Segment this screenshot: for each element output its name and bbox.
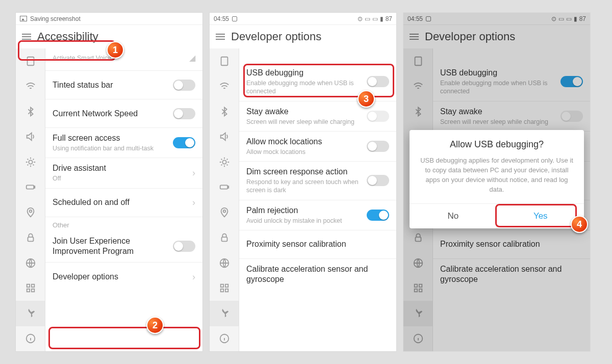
svg-rect-15 [227, 186, 228, 188]
sidebar-brightness-icon[interactable] [210, 149, 239, 175]
svg-rect-14 [220, 186, 227, 189]
dropdown-icon: ◢ [189, 53, 195, 63]
svg-rect-7 [27, 284, 30, 288]
toggle-mock-locations[interactable] [367, 141, 389, 152]
sidebar-location-icon[interactable] [16, 200, 45, 225]
row-palm-rejection[interactable]: Palm rejection Avoid unlock by mistake i… [239, 200, 396, 230]
svg-rect-12 [221, 57, 227, 66]
row-mock-locations[interactable]: Allow mock locations Allow mock location… [239, 132, 396, 162]
svg-rect-20 [225, 284, 228, 288]
sidebar-apps-icon[interactable] [210, 276, 239, 301]
toggle-palm-rejection[interactable] [367, 210, 389, 221]
svg-rect-21 [220, 289, 223, 292]
chevron-right-icon: › [192, 197, 195, 208]
modal-overlay: Allow USB debugging? USB debugging appli… [403, 13, 590, 351]
sidebar-accessibility-icon[interactable] [210, 301, 239, 326]
sidebar-bluetooth-icon[interactable] [16, 99, 45, 124]
settings-list: Activate Smart Voice ◢ Tinted status bar… [45, 48, 202, 351]
dialog-no-button[interactable]: No [410, 204, 497, 228]
svg-point-1 [29, 160, 32, 164]
sidebar-sound-icon[interactable] [16, 124, 45, 150]
sidebar-location-icon[interactable] [210, 200, 239, 225]
row-developer-options[interactable]: Developer options › [45, 263, 202, 291]
sim-icon [232, 16, 237, 21]
dialog-title: Allow USB debugging? [419, 139, 575, 150]
header-title: Accessibility [37, 30, 98, 43]
signal-icon: ▭ [372, 15, 378, 22]
battery-pct: 87 [386, 15, 392, 22]
sidebar-about-icon[interactable] [210, 326, 239, 352]
svg-rect-9 [27, 289, 30, 292]
sidebar-sim-icon[interactable] [210, 48, 239, 74]
row-accel-calibration[interactable]: Calibrate acceleration sensor and gyrosc… [239, 259, 396, 290]
row-network-speed[interactable]: Current Network Speed [45, 99, 202, 128]
row-usb-debugging[interactable]: USB debugging Enable debugging mode when… [239, 63, 396, 101]
chevron-right-icon: › [192, 272, 195, 282]
sidebar-language-icon[interactable] [16, 250, 45, 276]
svg-rect-17 [221, 237, 227, 241]
chevron-right-icon: › [192, 168, 195, 178]
row-drive-assistant[interactable]: Drive assistant Off › [45, 158, 202, 188]
screen-accessibility: Saving screenshot Accessibility Activate… [15, 12, 203, 352]
row-dim-screen[interactable]: Dim screen response action Respond to ke… [239, 162, 396, 200]
sidebar-battery-icon[interactable] [16, 175, 45, 200]
battery-icon: ▮ [380, 15, 384, 22]
sidebar-wifi-icon[interactable] [210, 74, 239, 99]
status-bar: Saving screenshot [16, 13, 202, 25]
row-tinted-status-bar[interactable]: Tinted status bar [45, 71, 202, 99]
row-smart-voice[interactable]: Activate Smart Voice ◢ [45, 48, 202, 71]
header-title: Developer options [231, 30, 321, 43]
sidebar-sound-icon[interactable] [210, 124, 239, 150]
toggle-stay-awake[interactable] [367, 111, 389, 122]
sidebar-about-icon[interactable] [16, 326, 45, 352]
screen-header: Developer options [210, 25, 396, 48]
toggle-tinted[interactable] [173, 80, 195, 91]
status-bar: 04:55 ⊙ ▭ ▭ ▮ 87 [210, 13, 396, 25]
sidebar-bluetooth-icon[interactable] [210, 99, 239, 124]
settings-sidebar [16, 48, 45, 351]
svg-rect-10 [31, 289, 34, 292]
alarm-icon: ⊙ [358, 15, 363, 22]
toggle-dim-screen[interactable] [367, 175, 389, 186]
toggle-usb-debugging[interactable] [367, 76, 389, 87]
screen-developer-options: 04:55 ⊙ ▭ ▭ ▮ 87 Developer options [209, 12, 397, 352]
sidebar-apps-icon[interactable] [16, 276, 45, 301]
sidebar-brightness-icon[interactable] [16, 149, 45, 175]
row-full-screen-access[interactable]: Full screen access Using notification ba… [45, 128, 202, 158]
svg-point-13 [222, 160, 226, 164]
sidebar-security-icon[interactable] [210, 225, 239, 251]
dialog-yes-button[interactable]: Yes [497, 204, 584, 228]
screen-usb-dialog: 04:55 ⊙ ▭ ▭ ▮ 87 Developer options [403, 12, 591, 352]
row-join-uep[interactable]: Join User Experience Improvement Program [45, 231, 202, 263]
screenshot-icon [20, 16, 27, 21]
sidebar-accessibility-icon[interactable] [16, 301, 45, 326]
toggle-fullscreen[interactable] [173, 137, 195, 148]
svg-point-4 [29, 210, 32, 213]
section-other: Other [45, 217, 202, 231]
sidebar-language-icon[interactable] [210, 250, 239, 276]
svg-rect-0 [27, 57, 34, 66]
row-scheduled-onoff[interactable]: Scheduled on and off › [45, 189, 202, 217]
row-stay-awake[interactable]: Stay awake Screen will never sleep while… [239, 101, 396, 132]
sidebar-battery-icon[interactable] [210, 175, 239, 200]
svg-rect-3 [34, 186, 35, 188]
sidebar-security-icon[interactable] [16, 225, 45, 251]
settings-sidebar [210, 48, 239, 351]
toggle-netspeed[interactable] [173, 108, 195, 119]
settings-list: USB debugging Enable debugging mode when… [239, 48, 396, 351]
svg-rect-8 [31, 284, 34, 288]
menu-icon[interactable] [216, 34, 225, 40]
vibrate-icon: ▭ [365, 15, 370, 22]
status-time: 04:55 [214, 15, 229, 22]
svg-rect-19 [220, 284, 223, 288]
svg-rect-2 [26, 186, 34, 189]
svg-rect-22 [225, 289, 228, 292]
menu-icon[interactable] [22, 34, 31, 40]
svg-point-16 [223, 210, 225, 213]
sidebar-wifi-icon[interactable] [16, 74, 45, 99]
svg-rect-5 [28, 237, 33, 241]
row-proximity-calibration[interactable]: Proximity sensor calibration [239, 230, 396, 259]
toggle-uep[interactable] [173, 241, 195, 252]
screen-header: Accessibility [16, 25, 202, 48]
sidebar-sim-icon[interactable] [16, 48, 45, 74]
